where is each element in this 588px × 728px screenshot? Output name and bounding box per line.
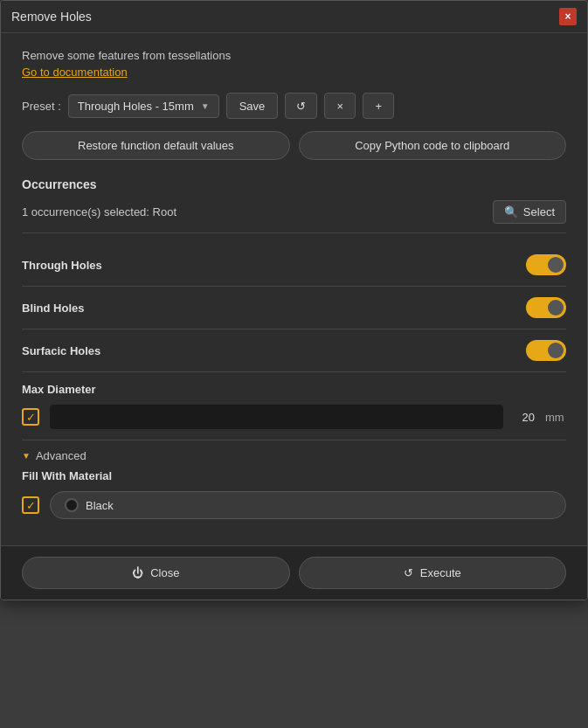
blind-holes-toggle[interactable]: [526, 297, 566, 318]
doc-link[interactable]: Go to documentation: [22, 66, 128, 79]
material-dropdown[interactable]: Black: [50, 491, 566, 519]
advanced-label: Advanced: [36, 449, 86, 462]
window-title: Remove Holes: [11, 10, 92, 24]
blind-holes-label: Blind Holes: [22, 302, 85, 315]
description-text: Remove some features from tessellations: [22, 49, 566, 62]
max-diameter-section: Max Diameter ✓ 20 mm: [22, 372, 566, 440]
material-label: Black: [86, 499, 114, 512]
diameter-slider[interactable]: [50, 405, 503, 429]
occurrences-section: Occurrences 1 occurrence(s) selected: Ro…: [22, 177, 566, 233]
title-bar: Remove Holes ×: [1, 1, 587, 33]
diameter-unit: mm: [545, 411, 566, 424]
fill-material-row: ✓ Black: [22, 491, 566, 519]
execute-icon: ↺: [404, 566, 413, 579]
chevron-down-icon: ▼: [22, 451, 31, 461]
footer: ⏻ Close ↺ Execute: [1, 545, 587, 600]
max-diameter-checkbox[interactable]: ✓: [22, 408, 39, 426]
preset-dropdown[interactable]: Through Holes - 15mm ▼: [68, 94, 219, 118]
refresh-button[interactable]: ↺: [285, 93, 317, 119]
main-content: Remove some features from tessellations …: [1, 33, 587, 545]
diameter-input-row: ✓ 20 mm: [22, 405, 566, 429]
fill-material-checkbox[interactable]: ✓: [22, 496, 39, 514]
close-label: Close: [150, 566, 179, 579]
through-holes-row: Through Holes: [22, 244, 566, 287]
fill-material-title: Fill With Material: [22, 469, 566, 482]
actions-row: Restore function default values Copy Pyt…: [22, 131, 566, 160]
add-button[interactable]: +: [363, 93, 394, 119]
copy-python-button[interactable]: Copy Python code to clipboard: [299, 131, 567, 160]
execute-label: Execute: [420, 566, 461, 579]
window-close-button[interactable]: ×: [559, 8, 577, 25]
through-holes-toggle[interactable]: [526, 254, 566, 275]
occurrences-title: Occurrences: [22, 177, 566, 191]
occurrences-row: 1 occurrence(s) selected: Root 🔍 Select: [22, 200, 566, 233]
fill-material-section: Fill With Material ✓ Black: [22, 469, 566, 530]
diameter-value: 20: [514, 411, 535, 424]
close-button[interactable]: ⏻ Close: [22, 557, 290, 589]
material-color-dot: [65, 498, 79, 512]
search-icon: 🔍: [504, 205, 518, 218]
through-holes-label: Through Holes: [22, 259, 102, 272]
max-diameter-title: Max Diameter: [22, 383, 566, 396]
execute-button[interactable]: ↺ Execute: [299, 557, 567, 589]
surfacic-holes-row: Surfacic Holes: [22, 329, 566, 372]
restore-defaults-button[interactable]: Restore function default values: [22, 131, 290, 160]
preset-label: Preset :: [22, 100, 61, 113]
blind-holes-row: Blind Holes: [22, 287, 566, 329]
preset-value: Through Holes - 15mm: [78, 100, 194, 113]
save-button[interactable]: Save: [226, 93, 279, 119]
select-button[interactable]: 🔍 Select: [493, 200, 566, 224]
select-label: Select: [523, 205, 555, 218]
advanced-row[interactable]: ▼ Advanced: [22, 440, 566, 469]
clear-button[interactable]: ×: [324, 93, 356, 119]
surfacic-holes-label: Surfacic Holes: [22, 344, 100, 357]
remove-holes-window: Remove Holes × Remove some features from…: [0, 0, 588, 600]
power-icon: ⏻: [132, 566, 143, 579]
preset-row: Preset : Through Holes - 15mm ▼ Save ↺ ×…: [22, 93, 566, 119]
occurrences-text: 1 occurrence(s) selected: Root: [22, 205, 176, 218]
surfacic-holes-toggle[interactable]: [526, 340, 566, 361]
chevron-down-icon: ▼: [201, 101, 210, 111]
